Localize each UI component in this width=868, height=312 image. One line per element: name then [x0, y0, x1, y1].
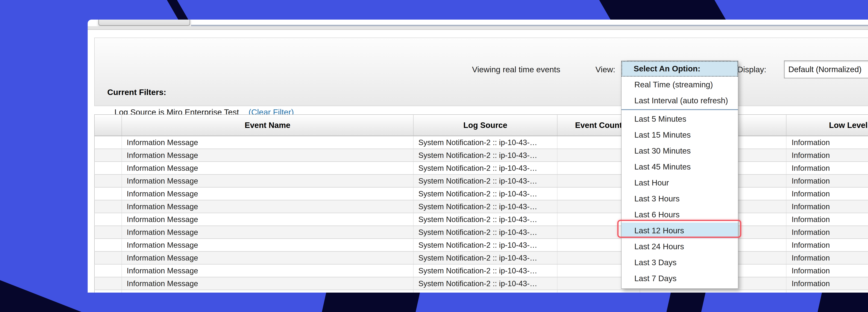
cell-log_source: System Notification-2 :: ip-10-43-… — [413, 290, 557, 293]
dropdown-option[interactable]: Last 45 Minutes — [621, 159, 738, 175]
cell-event_name: Information Message — [122, 251, 413, 264]
cell-event_name: Information Message — [122, 136, 413, 149]
cell-event_name: Information Message — [122, 200, 413, 213]
table-row[interactable]: Information MessageSystem Notification-2… — [94, 162, 868, 175]
column-header-select[interactable] — [94, 114, 122, 136]
column-header-log_source[interactable]: Log Source — [413, 114, 557, 136]
cell-log_source: System Notification-2 :: ip-10-43-… — [413, 149, 557, 162]
cell-log_source: System Notification-2 :: ip-10-43-… — [413, 264, 557, 277]
cell-select — [94, 200, 122, 213]
dropdown-option[interactable]: Last Interval (auto refresh) — [621, 93, 738, 108]
cell-event_name: Information Message — [122, 264, 413, 277]
cell-select — [94, 213, 122, 226]
cell-event_name: Information Message — [122, 149, 413, 162]
header-band — [88, 26, 868, 30]
cell-select — [94, 264, 122, 277]
status-text: Viewing real time events — [472, 61, 560, 78]
table-row[interactable]: Information MessageSystem Notification-2… — [94, 264, 868, 277]
cell-category: Information — [786, 239, 868, 251]
cell-event_name: Information Message — [122, 213, 413, 226]
cell-category: Information — [786, 251, 868, 264]
cell-category: Information — [786, 200, 868, 213]
dropdown-option[interactable]: Real Time (streaming) — [621, 77, 738, 93]
view-label: View: — [595, 61, 615, 78]
cell-category: Information — [786, 264, 868, 277]
cell-event_name: Information Message — [122, 277, 413, 290]
table-header-row: Event NameLog SourceEvent CountLow Level… — [94, 114, 868, 136]
cell-event_name: Information Message — [122, 175, 413, 187]
cell-log_source: System Notification-2 :: ip-10-43-… — [413, 226, 557, 239]
cell-event_count: 1 — [557, 290, 640, 293]
dropdown-option[interactable]: Last 7 Days — [621, 270, 738, 286]
cell-time: 17 Aug 2022, 11:49:52 — [640, 290, 786, 293]
cell-log_source: System Notification-2 :: ip-10-43-… — [413, 239, 557, 251]
app-window: Viewing real time events View: Select An… — [88, 20, 868, 292]
cell-select — [94, 290, 122, 293]
cell-select — [94, 175, 122, 187]
cell-select — [94, 149, 122, 162]
cell-select — [94, 277, 122, 290]
table-row[interactable]: Information MessageSystem Notification-2… — [94, 149, 868, 162]
dropdown-option[interactable]: Last 3 Days — [621, 254, 738, 270]
dropdown-separator — [621, 109, 738, 111]
cell-select — [94, 251, 122, 264]
cell-select — [94, 226, 122, 239]
cell-select — [94, 162, 122, 175]
table-row[interactable]: Information MessageSystem Notification-2… — [94, 213, 868, 226]
table-row[interactable]: Information MessageSystem Notification-2… — [94, 226, 868, 239]
column-header-low_level_category[interactable]: Low Level Category — [786, 114, 868, 136]
toolbar-panel: Viewing real time events View: Select An… — [94, 38, 868, 106]
dropdown-option[interactable]: Select An Option: — [621, 61, 738, 77]
cell-select — [94, 187, 122, 200]
cell-category: Information — [786, 162, 868, 175]
cell-log_source: System Notification-2 :: ip-10-43-… — [413, 251, 557, 264]
table-row[interactable]: Information MessageSystem Notification-2… — [94, 187, 868, 200]
tab-strip-divider — [191, 25, 868, 26]
dropdown-option[interactable]: Last 15 Minutes — [621, 127, 738, 143]
dropdown-option[interactable]: Last 3 Hours — [621, 190, 738, 207]
cell-select — [94, 239, 122, 251]
cell-category: Information — [786, 226, 868, 239]
tab-partial[interactable] — [98, 20, 190, 26]
cell-log_source: System Notification-2 :: ip-10-43-… — [413, 136, 557, 149]
table-row[interactable]: Information MessageSystem Notification-2… — [94, 136, 868, 149]
dropdown-option[interactable]: Last 5 Minutes — [621, 111, 738, 127]
dropdown-option[interactable]: Last 30 Minutes — [621, 143, 738, 159]
cell-log_source: System Notification-2 :: ip-10-43-… — [413, 200, 557, 213]
table-row[interactable]: Information MessageSystem Notification-2… — [94, 239, 868, 251]
cell-log_source: System Notification-2 :: ip-10-43-… — [413, 277, 557, 290]
cell-category: Information — [786, 149, 868, 162]
cell-category: Information — [786, 187, 868, 200]
dropdown-option[interactable]: Last 24 Hours — [621, 239, 738, 254]
cell-event_name: Information Message — [122, 187, 413, 200]
cell-category: Information — [786, 277, 868, 290]
table-row[interactable]: Information MessageSystem Notification-2… — [94, 175, 868, 187]
cell-select — [94, 136, 122, 149]
current-filters-title: Current Filters: — [107, 88, 166, 97]
table-row[interactable]: Information MessageSystem Notification-2… — [94, 251, 868, 264]
bg-stripe-corner — [0, 277, 82, 312]
cell-category: Information — [786, 290, 868, 293]
dropdown-option[interactable]: Last 6 Hours — [621, 207, 738, 222]
display-select-value: Default (Normalized) — [784, 61, 868, 78]
table-row[interactable]: Information MessageSystem Notification-2… — [94, 277, 868, 290]
cell-log_source: System Notification-2 :: ip-10-43-… — [413, 162, 557, 175]
view-options-dropdown: Select An Option:Real Time (streaming)La… — [621, 61, 738, 289]
column-header-event_name[interactable]: Event Name — [122, 114, 413, 136]
dropdown-option[interactable]: Last 12 Hours — [621, 222, 738, 239]
table-row[interactable]: Information MessageSystem Notification-2… — [94, 200, 868, 213]
cell-category: Information — [786, 213, 868, 226]
events-table: Event NameLog SourceEvent CountLow Level… — [94, 114, 868, 292]
display-select[interactable]: Default (Normalized) ▼ — [784, 61, 868, 78]
dropdown-option[interactable]: Last Hour — [621, 175, 738, 190]
table-row[interactable]: Information MessageSystem Notification-2… — [94, 290, 868, 293]
cell-event_name: Information Message — [122, 162, 413, 175]
cell-log_source: System Notification-2 :: ip-10-43-… — [413, 213, 557, 226]
cell-category: Information — [786, 136, 868, 149]
cell-log_source: System Notification-2 :: ip-10-43-… — [413, 187, 557, 200]
cell-log_source: System Notification-2 :: ip-10-43-… — [413, 175, 557, 187]
cell-event_name: Information Message — [122, 226, 413, 239]
cell-event_name: Information Message — [122, 290, 413, 293]
cell-event_name: Information Message — [122, 239, 413, 251]
cell-category: Information — [786, 175, 868, 187]
